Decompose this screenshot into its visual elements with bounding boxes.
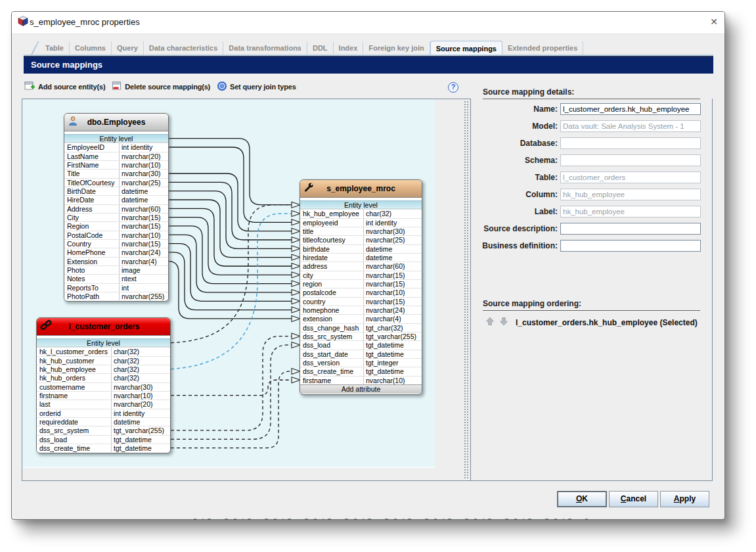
attribute-row[interactable]: Addressnvarchar(60) (64, 204, 168, 213)
attribute-row[interactable]: addressnvarchar(60) (300, 262, 422, 270)
attribute-row[interactable]: FirstNamenvarchar(10) (64, 160, 168, 169)
attribute-row[interactable]: dss_versiontgt_integer (300, 358, 422, 367)
attribute-row[interactable]: EmployeeIDint identity (64, 143, 168, 151)
source-description-field[interactable] (560, 223, 701, 235)
attribute-row[interactable]: HireDatedatetime (64, 195, 168, 204)
label-field[interactable]: hk_hub_employee (560, 206, 701, 218)
ordering-heading: Source mapping ordering: (483, 299, 700, 311)
attribute-row[interactable]: dss_src_systemtgt_varchar(255) (37, 426, 170, 434)
attribute-row[interactable]: hk_hub_orderschar(32) (37, 373, 170, 382)
attribute-row[interactable]: birthdatedatetime (300, 244, 422, 253)
attribute-row[interactable]: orderidint identity (37, 409, 170, 417)
attribute-row[interactable]: Regionnvarchar(15) (64, 221, 168, 230)
add-attribute-button[interactable]: Add attribute (300, 384, 422, 394)
ok-button[interactable]: OK (557, 491, 607, 507)
attribute-row[interactable]: citynvarchar(15) (300, 271, 422, 279)
attribute-row[interactable]: Notesntext (64, 274, 168, 283)
attribute-row[interactable]: homephonenvarchar(24) (300, 306, 422, 314)
entity-header[interactable]: dbo.Employees (64, 114, 168, 131)
cancel-button[interactable]: Cancel (609, 491, 658, 507)
attribute-row[interactable]: titlenvarchar(30) (300, 227, 422, 235)
attribute-row[interactable]: hk_hub_employeechar(32) (300, 209, 422, 218)
apply-button[interactable]: Apply (660, 491, 709, 507)
tabstrip-lead-edge (30, 41, 40, 55)
attribute-row[interactable]: hk_hub_employeechar(32) (37, 365, 170, 373)
schema-field[interactable] (560, 154, 701, 166)
entity-s-employee-mroc[interactable]: s_employee_mrocEntity levelhk_hub_employ… (300, 179, 422, 395)
delete-source-mapping-icon (112, 81, 122, 93)
attribute-row[interactable]: Countrynvarchar(15) (64, 239, 168, 248)
person-icon (68, 116, 78, 129)
tab-data-characteristics[interactable]: Data characteristics (144, 41, 224, 55)
close-icon[interactable]: ✕ (708, 16, 720, 28)
attribute-row[interactable]: dss_start_datetgt_datetime (300, 350, 422, 358)
attribute-row[interactable]: firstnamenvarchar(10) (300, 376, 422, 384)
attribute-row[interactable]: requireddatedatetime (37, 417, 170, 426)
attribute-row[interactable]: dss_loadtgt_datetime (300, 340, 422, 349)
set-query-join-types-icon (217, 81, 227, 93)
model-field[interactable]: Data vault: Sale Analysis System - 1 (560, 120, 701, 132)
attribute-row[interactable]: regionnvarchar(15) (300, 279, 422, 288)
attribute-row[interactable]: hk_hub_customerchar(32) (37, 356, 170, 365)
name-field[interactable]: l_customer_orders.hk_hub_employee (560, 103, 701, 115)
attribute-row[interactable]: hk_l_customer_orderschar(32) (37, 347, 170, 356)
tab-ddl[interactable]: DDL (307, 41, 334, 55)
attribute-row[interactable]: BirthDatedatetime (64, 187, 168, 195)
tab-query[interactable]: Query (112, 41, 144, 55)
attribute-row[interactable]: ReportsToint (64, 283, 168, 292)
entity-title: dbo.Employees (78, 118, 154, 127)
attribute-row[interactable]: countrynvarchar(15) (300, 297, 422, 306)
tab-extended-properties[interactable]: Extended properties (502, 41, 583, 55)
attribute-row[interactable]: PostalCodenvarchar(10) (64, 231, 168, 239)
entity-employees[interactable]: dbo.EmployeesEntity levelEmployeeIDint i… (64, 113, 169, 302)
tab-foreign-key-join[interactable]: Foreign key join (363, 41, 430, 55)
attribute-row[interactable]: Extensionnvarchar(4) (64, 257, 168, 265)
tab-table[interactable]: Table (40, 41, 70, 55)
ordering-item[interactable]: l_customer_orders.hk_hub_employee (Selec… (516, 318, 698, 327)
attribute-row[interactable]: LastNamenvarchar(20) (64, 152, 168, 160)
tab-columns[interactable]: Columns (70, 41, 112, 55)
attribute-row[interactable]: HomePhonenvarchar(24) (64, 248, 168, 256)
tab-source-mappings[interactable]: Source mappings (430, 41, 502, 55)
panel-splitter[interactable] (464, 101, 470, 479)
attribute-row[interactable]: lastnvarchar(20) (37, 400, 170, 408)
set-query-join-types-button[interactable]: Set query join types (217, 81, 296, 93)
entity-customer-orders[interactable]: l_customer_ordersEntity levelhk_l_custom… (36, 317, 171, 453)
business-definition-field[interactable] (560, 240, 701, 252)
tab-index[interactable]: Index (334, 41, 364, 55)
move-up-icon[interactable] (485, 317, 495, 326)
column-field[interactable]: hk_hub_employee (560, 189, 701, 200)
attribute-row[interactable]: hiredatedatetime (300, 253, 422, 262)
attribute-row[interactable]: customernamenvarchar(30) (37, 382, 170, 391)
add-source-entity-button[interactable]: Add source entity(s) (24, 81, 105, 93)
entity-title: l_customer_orders (52, 322, 156, 331)
move-down-icon[interactable] (499, 317, 508, 326)
attribute-row[interactable]: postalcodenvarchar(10) (300, 288, 422, 296)
attribute-row[interactable]: dss_change_hashtgt_char(32) (300, 323, 422, 332)
entity-level-row[interactable]: Entity level (37, 338, 170, 347)
attribute-row[interactable]: Citynvarchar(15) (64, 213, 168, 221)
attribute-row[interactable]: dss_create_timetgt_datetime (37, 444, 170, 452)
label-label: Label: (478, 207, 558, 216)
help-icon[interactable]: ? (448, 82, 458, 93)
link-icon (40, 319, 52, 334)
attribute-row[interactable]: dss_create_timetgt_datetime (300, 367, 422, 375)
entity-header[interactable]: l_customer_orders (37, 318, 170, 336)
delete-source-mapping-button[interactable]: Delete source mapping(s) (112, 81, 210, 93)
attribute-row[interactable]: titleofcourtesynvarchar(25) (300, 235, 422, 244)
entity-level-row[interactable]: Entity level (300, 200, 422, 209)
attribute-row[interactable]: Photoimage (64, 265, 168, 274)
attribute-row[interactable]: employeeidint identity (300, 218, 422, 227)
tab-data-transformations[interactable]: Data transformations (223, 41, 307, 55)
attribute-row[interactable]: Titlenvarchar(30) (64, 169, 168, 177)
attribute-row[interactable]: TitleOfCourtesynvarchar(25) (64, 178, 168, 187)
entity-level-row[interactable]: Entity level (64, 134, 168, 143)
attribute-row[interactable]: extensionnvarchar(4) (300, 314, 422, 323)
attribute-row[interactable]: dss_loadtgt_datetime (37, 435, 170, 444)
database-field[interactable] (560, 137, 701, 149)
attribute-row[interactable]: dss_src_systemtgt_varchar(255) (300, 332, 422, 340)
attribute-row[interactable]: firstnamenvarchar(10) (37, 391, 170, 400)
attribute-row[interactable]: PhotoPathnvarchar(255) (64, 292, 168, 300)
table-field[interactable]: l_customer_orders (560, 172, 701, 183)
entity-header[interactable]: s_employee_mroc (300, 180, 422, 198)
